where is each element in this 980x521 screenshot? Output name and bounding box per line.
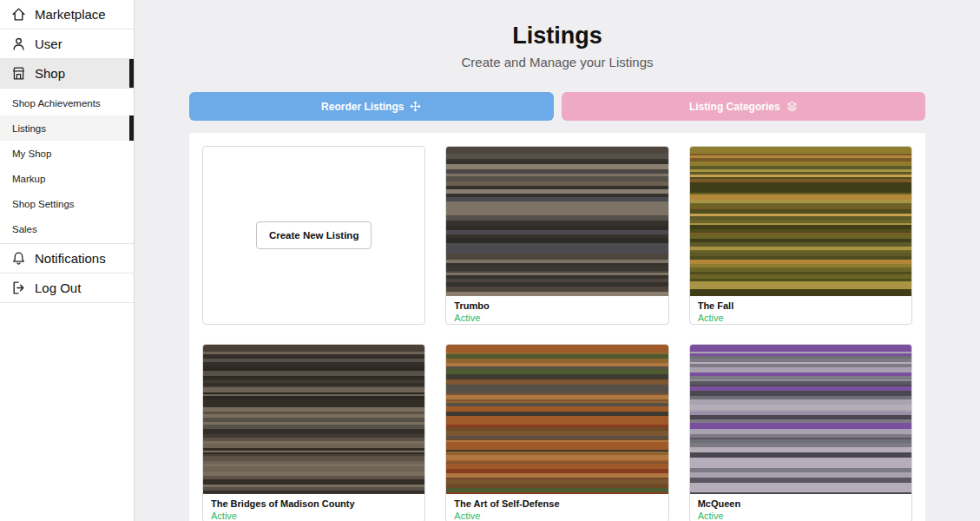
user-icon: [11, 36, 26, 51]
page-subtitle: Create and Manage your Listings: [462, 55, 654, 69]
sidebar-subitem-markup[interactable]: Markup: [0, 166, 134, 191]
listing-card-mcqueen[interactable]: McQueen Active: [689, 344, 912, 521]
listing-thumbnail: [446, 147, 668, 296]
listing-categories-label: Listing Categories: [689, 101, 780, 113]
sidebar-item-label: Marketplace: [35, 7, 106, 22]
create-listing-card: Create New Listing: [202, 146, 425, 325]
listing-card-label: McQueen Active: [690, 494, 911, 521]
subitem-label: Shop Settings: [12, 199, 75, 209]
home-icon: [11, 7, 26, 22]
sidebar-subitem-shop-achievements[interactable]: Shop Achievements: [0, 90, 134, 115]
sidebar: Marketplace User Shop Shop Achievements …: [0, 0, 135, 521]
sidebar-item-marketplace[interactable]: Marketplace: [0, 0, 134, 30]
listing-title: The Art of Self-Defense: [454, 498, 660, 509]
listing-title: The Bridges of Madison County: [211, 498, 417, 509]
subitem-label: Sales: [12, 224, 37, 234]
sidebar-item-notifications[interactable]: Notifications: [0, 244, 134, 274]
listings-panel: Create New Listing Trumbo Active The Fal…: [189, 133, 925, 521]
shop-submenu: Shop Achievements Listings My Shop Marku…: [0, 89, 134, 244]
app-window: Marketplace User Shop Shop Achievements …: [0, 0, 980, 521]
toolbar: Reorder Listings Listing Categories: [189, 92, 925, 121]
listing-card-bridges-of-madison-county[interactable]: The Bridges of Madison County Active: [202, 344, 425, 521]
listing-status-badge: Active: [454, 313, 660, 323]
listing-thumbnail: [446, 345, 668, 494]
listing-thumbnail: [690, 345, 911, 494]
bell-icon: [11, 251, 26, 266]
shop-icon: [11, 66, 26, 81]
logout-icon: [11, 280, 26, 295]
listing-status-badge: Active: [698, 313, 904, 323]
page-title: Listings: [512, 23, 602, 49]
listing-card-label: The Art of Self-Defense Active: [446, 494, 668, 521]
listing-card-label: Trumbo Active: [446, 296, 668, 325]
layers-icon: [786, 101, 798, 112]
subitem-label: My Shop: [12, 148, 51, 159]
sidebar-item-user[interactable]: User: [0, 30, 134, 59]
listing-status-badge: Active: [454, 511, 660, 521]
listing-status-badge: Active: [211, 511, 417, 521]
sidebar-subitem-sales[interactable]: Sales: [0, 216, 134, 241]
listing-card-trumbo[interactable]: Trumbo Active: [445, 146, 668, 325]
listings-grid: Create New Listing Trumbo Active The Fal…: [202, 146, 912, 521]
sidebar-item-label: Log Out: [35, 280, 81, 295]
sidebar-item-label: User: [35, 36, 62, 51]
main-content: Listings Create and Manage your Listings…: [135, 0, 980, 521]
listing-title: Trumbo: [454, 300, 660, 311]
listing-card-label: The Bridges of Madison County Active: [203, 494, 424, 521]
sidebar-item-logout[interactable]: Log Out: [0, 274, 134, 303]
create-new-listing-button[interactable]: Create New Listing: [256, 221, 372, 249]
listing-title: McQueen: [698, 498, 904, 509]
reorder-listings-button[interactable]: Reorder Listings: [189, 92, 554, 121]
reorder-listings-label: Reorder Listings: [321, 101, 404, 113]
listing-status-badge: Active: [698, 511, 904, 521]
sidebar-item-label: Notifications: [35, 251, 106, 266]
sidebar-item-label: Shop: [35, 66, 65, 81]
listing-thumbnail: [690, 147, 911, 296]
subitem-label: Shop Achievements: [12, 98, 101, 109]
sidebar-subitem-listings[interactable]: Listings: [0, 115, 134, 141]
subitem-label: Markup: [12, 174, 45, 184]
listing-categories-button[interactable]: Listing Categories: [562, 92, 926, 121]
move-icon: [410, 101, 421, 112]
sidebar-subitem-shop-settings[interactable]: Shop Settings: [0, 191, 134, 216]
listing-thumbnail: [203, 345, 424, 494]
listing-card-the-fall[interactable]: The Fall Active: [689, 146, 912, 325]
sidebar-subitem-my-shop[interactable]: My Shop: [0, 141, 134, 166]
listing-card-label: The Fall Active: [690, 296, 911, 325]
subitem-label: Listings: [12, 123, 46, 134]
listing-title: The Fall: [698, 300, 904, 311]
listing-card-art-of-self-defense[interactable]: The Art of Self-Defense Active: [445, 344, 668, 521]
sidebar-item-shop[interactable]: Shop: [0, 59, 134, 89]
